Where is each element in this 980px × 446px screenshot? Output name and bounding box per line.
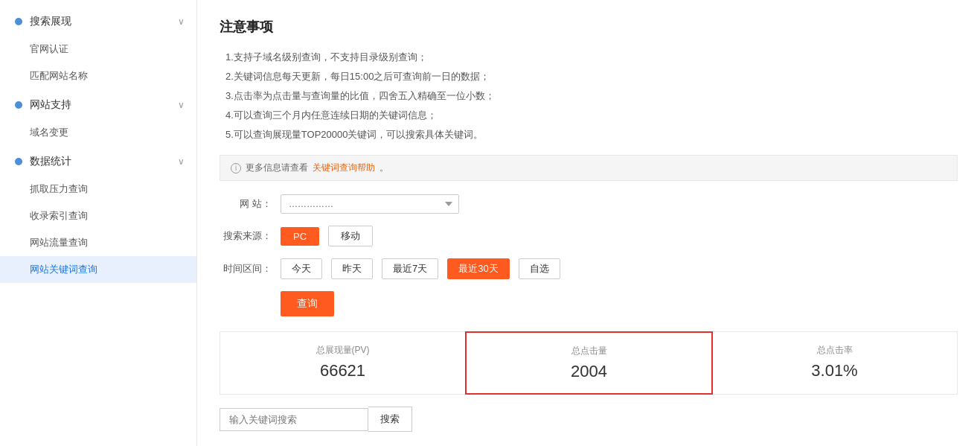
main-content: 注意事项 1.支持子域名级别查询，不支持目录级别查询； 2.关键词信息每天更新，… (197, 0, 980, 446)
stat-value-clicks: 2004 (474, 362, 704, 381)
notice-item-2: 2.关键词信息每天更新，每日15:00之后可查询前一日的数据； (225, 67, 958, 86)
time-label: 时间区间： (220, 262, 272, 275)
time-btn-30days[interactable]: 最近30天 (447, 258, 509, 279)
sidebar-item-crawl-pressure[interactable]: 抓取压力查询 (0, 176, 196, 203)
form-row-time: 时间区间： 今天 昨天 最近7天 最近30天 自选 (220, 258, 958, 279)
search-button[interactable]: 搜索 (368, 407, 412, 432)
time-btn-yesterday[interactable]: 昨天 (331, 258, 373, 279)
stats-row: 总展现量(PV) 66621 总点击量 2004 总点击率 3.01% (220, 331, 958, 395)
sidebar-group-site-support: 网站支持 ∨ 域名变更 (0, 91, 196, 146)
stat-label-clicks: 总点击量 (474, 345, 704, 357)
query-button[interactable]: 查询 (281, 291, 334, 316)
time-btn-today[interactable]: 今天 (281, 258, 322, 279)
sidebar-item-index-query[interactable]: 收录索引查询 (0, 203, 196, 229)
info-bar: i 更多信息请查看 关键词查询帮助 。 (220, 155, 958, 181)
stat-label-ctr: 总点击率 (720, 344, 949, 357)
notice-item-3: 3.点击率为点击量与查询量的比值，四舍五入精确至一位小数； (225, 86, 958, 106)
group-dot-search-show (15, 18, 22, 25)
notice-item-1: 1.支持子域名级别查询，不支持目录级别查询； (225, 48, 958, 67)
time-btn-custom[interactable]: 自选 (519, 258, 560, 279)
source-btn-pc[interactable]: PC (281, 227, 319, 246)
sidebar-group-header-site-support[interactable]: 网站支持 ∨ (0, 91, 196, 119)
stat-cell-clicks: 总点击量 2004 (465, 331, 713, 395)
sidebar-item-official-auth[interactable]: 官网认证 (0, 36, 196, 63)
notice-section: 1.支持子域名级别查询，不支持目录级别查询； 2.关键词信息每天更新，每日15:… (220, 48, 958, 144)
chevron-down-icon-3: ∨ (178, 156, 185, 167)
group-dot-site-support (15, 101, 22, 109)
sidebar-group-header-search-show[interactable]: 搜索展现 ∨ (0, 7, 196, 36)
sidebar-group-label-search-show: 搜索展现 (30, 15, 71, 28)
stat-value-ctr: 3.01% (720, 361, 949, 380)
notice-item-4: 4.可以查询三个月内任意连续日期的关键词信息； (225, 106, 958, 125)
source-label: 搜索来源： (220, 229, 272, 243)
time-btn-7days[interactable]: 最近7天 (382, 258, 438, 279)
stat-label-pv: 总展现量(PV) (228, 344, 458, 357)
chevron-down-icon-2: ∨ (178, 100, 185, 110)
sidebar-item-traffic-query[interactable]: 网站流量查询 (0, 229, 196, 256)
site-select[interactable]: …………… (281, 194, 459, 214)
info-bar-text: 更多信息请查看 (246, 162, 308, 174)
search-input[interactable] (220, 408, 368, 431)
group-dot-data-stats (15, 158, 22, 165)
sidebar-group-search-show: 搜索展现 ∨ 官网认证 匹配网站名称 (0, 7, 196, 89)
page-title: 注意事项 (220, 18, 958, 36)
form-row-site: 网 站： …………… (220, 194, 958, 214)
sidebar-item-keyword-query[interactable]: 网站关键词查询 (0, 256, 196, 283)
sidebar-group-label-site-support: 网站支持 (30, 98, 71, 112)
form-row-source: 搜索来源： PC 移动 (220, 226, 958, 246)
info-bar-link[interactable]: 关键词查询帮助 (313, 162, 375, 174)
stat-value-pv: 66621 (228, 361, 458, 380)
keyword-search-bar: 搜索 (220, 407, 958, 432)
sidebar-group-label-data-stats: 数据统计 (30, 155, 71, 168)
sidebar-group-header-data-stats[interactable]: 数据统计 ∨ (0, 147, 196, 176)
stat-cell-ctr: 总点击率 3.01% (712, 332, 957, 394)
sidebar: 搜索展现 ∨ 官网认证 匹配网站名称 网站支持 ∨ 域名变更 数据统计 ∨ 抓取… (0, 0, 197, 446)
site-label: 网 站： (220, 197, 272, 211)
sidebar-item-domain-change[interactable]: 域名变更 (0, 119, 196, 146)
stat-cell-pv: 总展现量(PV) 66621 (220, 332, 466, 394)
source-btn-mobile[interactable]: 移动 (328, 226, 373, 246)
info-icon: i (231, 163, 241, 173)
notice-item-5: 5.可以查询展现量TOP20000关键词，可以搜索具体关键词。 (225, 125, 958, 144)
chevron-down-icon: ∨ (178, 16, 185, 27)
info-bar-suffix: 。 (379, 162, 388, 174)
sidebar-item-match-site-name[interactable]: 匹配网站名称 (0, 63, 196, 89)
sidebar-group-data-stats: 数据统计 ∨ 抓取压力查询 收录索引查询 网站流量查询 网站关键词查询 (0, 147, 196, 283)
